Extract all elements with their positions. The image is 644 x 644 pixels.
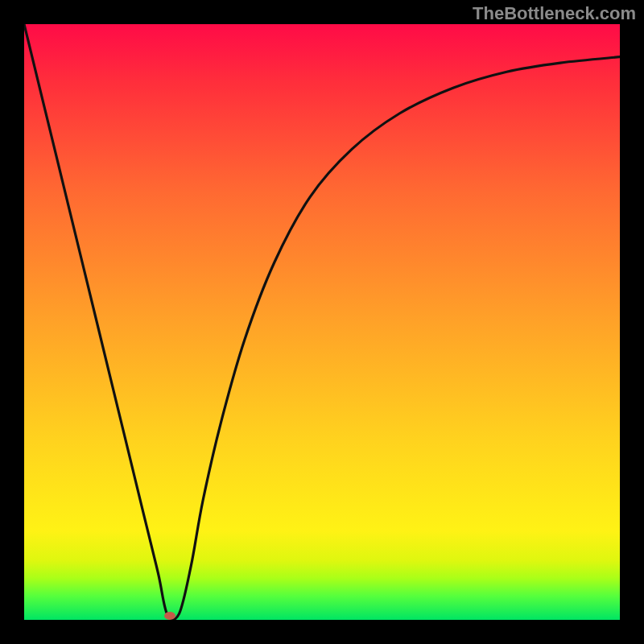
plot-area bbox=[24, 24, 620, 620]
watermark-text: TheBottleneck.com bbox=[473, 3, 636, 24]
chart-container: TheBottleneck.com bbox=[0, 0, 644, 644]
bottleneck-curve bbox=[24, 24, 620, 620]
